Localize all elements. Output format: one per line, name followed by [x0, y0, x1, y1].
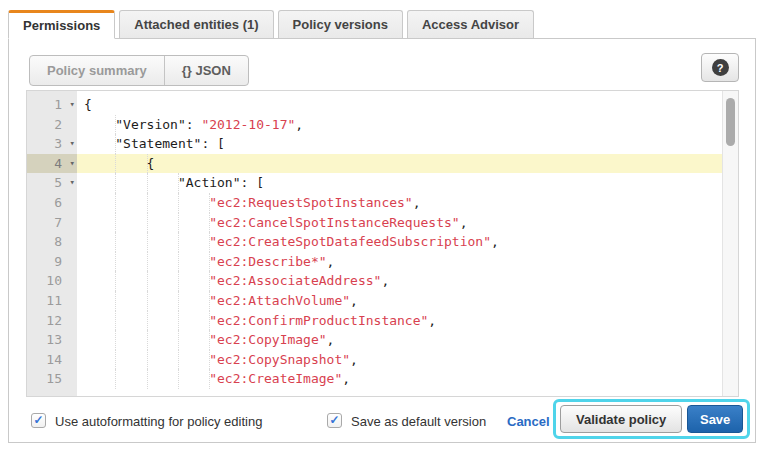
help-button[interactable]: ?: [701, 53, 739, 82]
tab-attached-entities[interactable]: Attached entities (1): [119, 10, 273, 38]
indent-guide: [147, 232, 148, 252]
code-text: {: [84, 97, 92, 112]
line-number[interactable]: 5▾: [27, 173, 77, 193]
policy-summary-button[interactable]: Policy summary: [30, 56, 164, 85]
indent-guide: [178, 193, 179, 213]
code-content: {"Version": "2012-10-17","Statement": [{…: [77, 95, 722, 389]
indent-guide: [178, 213, 179, 233]
save-button[interactable]: Save: [687, 405, 743, 433]
line-number: 9: [27, 252, 77, 272]
code-line: "ec2:RequestSpotInstances",: [77, 193, 722, 213]
indent-guide: [178, 369, 179, 389]
iam-policy-editor: PermissionsAttached entities (1)Policy v…: [0, 0, 768, 460]
indent-guide: [209, 311, 210, 331]
permissions-panel: Policy summary {} JSON ? 1▾23▾4▾5▾678910…: [8, 38, 756, 443]
autoformat-checkbox[interactable]: ✓: [31, 413, 46, 428]
code-line: "Version": "2012-10-17",: [77, 115, 722, 135]
code-text: "Statement": [: [115, 136, 225, 151]
code-line: "ec2:CreateSpotDatafeedSubscription",: [77, 232, 722, 252]
tab-permissions[interactable]: Permissions: [8, 10, 115, 39]
indent-guide: [178, 173, 179, 193]
line-number[interactable]: 3▾: [27, 134, 77, 154]
code-text: "ec2:CreateImage",: [209, 371, 350, 386]
code-text: "ec2:AttachVolume",: [209, 293, 358, 308]
indent-guide: [115, 232, 116, 252]
indent-guide: [209, 350, 210, 370]
editor-scrollbar[interactable]: [722, 91, 738, 396]
indent-guide: [115, 330, 116, 350]
code-text: "Version": "2012-10-17",: [115, 117, 303, 132]
indent-guide: [115, 369, 116, 389]
indent-guide: [178, 291, 179, 311]
code-text: {: [147, 156, 155, 171]
scrollbar-thumb[interactable]: [726, 98, 735, 146]
code-line: {: [77, 95, 722, 115]
line-number: 15: [27, 369, 77, 389]
indent-guide: [115, 311, 116, 331]
indent-guide: [115, 252, 116, 272]
indent-guide: [115, 271, 116, 291]
code-line: "ec2:Describe*",: [77, 252, 722, 272]
indent-guide: [147, 291, 148, 311]
code-text: "ec2:CreateSpotDatafeedSubscription",: [209, 234, 499, 249]
line-number: 14: [27, 350, 77, 370]
indent-guide: [147, 213, 148, 233]
indent-guide: [115, 213, 116, 233]
line-number: 8: [27, 232, 77, 252]
indent-guide: [178, 350, 179, 370]
validate-policy-button[interactable]: Validate policy: [560, 405, 682, 433]
indent-guide: [147, 173, 148, 193]
indent-guide: [115, 193, 116, 213]
fold-arrow-icon[interactable]: ▾: [70, 154, 75, 174]
indent-guide: [147, 193, 148, 213]
indent-guide: [178, 252, 179, 272]
fold-arrow-icon[interactable]: ▾: [70, 95, 75, 115]
code-text: "ec2:ConfirmProductInstance",: [209, 313, 436, 328]
cancel-link[interactable]: Cancel: [507, 414, 550, 429]
tab-bar: PermissionsAttached entities (1)Policy v…: [8, 10, 534, 39]
code-line: "ec2:AssociateAddress",: [77, 271, 722, 291]
indent-guide: [115, 154, 116, 174]
indent-guide: [209, 252, 210, 272]
default-version-label: Save as default version: [351, 414, 486, 429]
code-line: "ec2:CopyImage",: [77, 330, 722, 350]
indent-guide: [115, 115, 116, 135]
indent-guide: [178, 271, 179, 291]
code-line: "ec2:ConfirmProductInstance",: [77, 311, 722, 331]
indent-guide: [115, 134, 116, 154]
code-text: "ec2:Describe*",: [209, 254, 334, 269]
indent-guide: [209, 193, 210, 213]
indent-guide: [147, 369, 148, 389]
default-version-checkbox[interactable]: ✓: [327, 413, 342, 428]
code-text: "ec2:CopyImage",: [209, 332, 334, 347]
indent-guide: [209, 232, 210, 252]
indent-guide: [147, 271, 148, 291]
tab-policy-versions[interactable]: Policy versions: [278, 10, 403, 38]
code-text: "ec2:CopySnapshot",: [209, 352, 358, 367]
code-text: "ec2:AssociateAddress",: [209, 273, 389, 288]
indent-guide: [147, 311, 148, 331]
code-line: {: [77, 154, 722, 174]
code-line: "ec2:CreateImage",: [77, 369, 722, 389]
line-number[interactable]: 4▾: [27, 154, 77, 174]
json-code-editor[interactable]: 1▾23▾4▾5▾6789101112131415 {"Version": "2…: [26, 90, 739, 397]
indent-guide: [209, 330, 210, 350]
indent-guide: [209, 213, 210, 233]
tab-access-advisor[interactable]: Access Advisor: [407, 10, 534, 38]
line-number-gutter: 1▾23▾4▾5▾6789101112131415: [27, 91, 77, 396]
indent-guide: [115, 350, 116, 370]
fold-arrow-icon[interactable]: ▾: [70, 134, 75, 154]
indent-guide: [147, 252, 148, 272]
indent-guide: [178, 232, 179, 252]
line-number: 12: [27, 311, 77, 331]
indent-guide: [115, 291, 116, 311]
line-number: 7: [27, 213, 77, 233]
indent-guide: [178, 330, 179, 350]
fold-arrow-icon[interactable]: ▾: [70, 173, 75, 193]
indent-guide: [178, 311, 179, 331]
line-number[interactable]: 1▾: [27, 95, 77, 115]
indent-guide: [115, 173, 116, 193]
json-view-button[interactable]: {} JSON: [164, 56, 248, 85]
code-line: "ec2:CancelSpotInstanceRequests",: [77, 213, 722, 233]
code-line: "Statement": [: [77, 134, 722, 154]
